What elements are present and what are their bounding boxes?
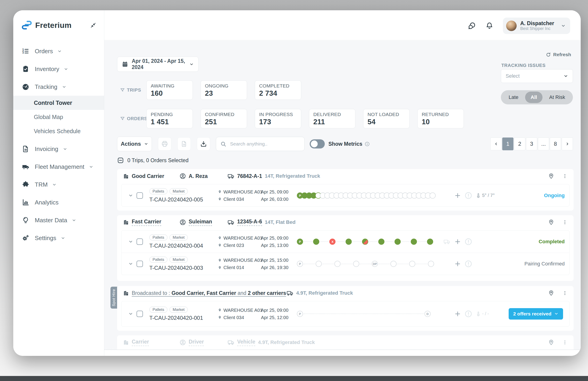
building-icon bbox=[123, 173, 129, 179]
trip-id[interactable]: T-CAU-20240420-004 bbox=[149, 242, 203, 249]
stat-card-in-progress[interactable]: IN PROGRESS 173 bbox=[255, 109, 301, 128]
search-input[interactable] bbox=[230, 141, 300, 147]
stat-card-not-loaded[interactable]: NOT LOADED 54 bbox=[363, 109, 410, 128]
row-checkbox[interactable] bbox=[137, 238, 143, 245]
vehicle-link[interactable]: 12345-A-6 14T, Flat Bed bbox=[228, 219, 295, 226]
page-button-8[interactable]: 8 bbox=[550, 137, 561, 150]
info-icon[interactable] bbox=[365, 141, 370, 147]
sidebar-item-tracking[interactable]: Tracking bbox=[13, 78, 104, 96]
user-menu[interactable]: A. Dispatcher Best Shipper Inc bbox=[503, 18, 570, 34]
stat-card-pending[interactable]: PENDING 1 451 bbox=[146, 109, 193, 128]
vehicle-link[interactable]: 76842-A-1 14T, Refrigerated Truck bbox=[228, 173, 320, 180]
truck-icon bbox=[228, 339, 234, 346]
start-time: Apr 25, 09:00 bbox=[261, 307, 288, 313]
date-range-picker[interactable]: Apr 01, 2024 - Apr 15, 2024 bbox=[117, 57, 199, 72]
sidebar-item-control-tower[interactable]: Control Tower bbox=[13, 96, 104, 110]
row-checkbox[interactable] bbox=[137, 192, 143, 199]
prev-page-button[interactable] bbox=[490, 137, 502, 150]
vehicle-link[interactable]: 4.9T, Refrigerated Truck bbox=[287, 290, 353, 297]
next-page-button[interactable] bbox=[562, 137, 573, 150]
sidebar-item-orders[interactable]: Orders bbox=[13, 42, 104, 60]
show-metrics-toggle[interactable] bbox=[310, 139, 325, 149]
row-checkbox[interactable] bbox=[137, 261, 143, 267]
offers-received-button[interactable]: 2 offers received bbox=[509, 308, 563, 320]
map-pin-icon[interactable] bbox=[548, 173, 554, 179]
sidebar-item-invoicing[interactable]: Invoicing bbox=[13, 140, 104, 158]
driver-link[interactable]: A. Reza bbox=[180, 173, 208, 179]
map-pin-icon[interactable] bbox=[548, 290, 554, 296]
tag-pallets: Pallets bbox=[149, 257, 168, 263]
chevron-down-icon bbox=[62, 85, 66, 89]
alert-icon[interactable] bbox=[464, 238, 472, 246]
alert-icon[interactable] bbox=[464, 260, 472, 268]
broadcast-link[interactable]: Broadcasted to : Good Carrier, Fast Carr… bbox=[123, 290, 286, 296]
support-chat-icon[interactable] bbox=[468, 22, 476, 30]
kebab-menu-icon[interactable] bbox=[562, 173, 568, 179]
sidebar-collapse-icon[interactable] bbox=[90, 22, 96, 28]
carrier-link[interactable]: Fast Carrier bbox=[123, 219, 161, 226]
sidebar-item-global-map[interactable]: Global Map bbox=[13, 110, 104, 124]
temperature-reading: 5° / 7° bbox=[476, 193, 495, 198]
add-icon[interactable] bbox=[454, 310, 461, 317]
page-button-2[interactable]: 2 bbox=[514, 137, 525, 150]
vehicle-placeholder[interactable]: Vehicle 4.9T, Refrigerated Truck bbox=[228, 339, 315, 346]
sidebar-item-trm[interactable]: TRM bbox=[13, 176, 104, 193]
segment-all[interactable]: All bbox=[525, 92, 543, 103]
expand-chevron-icon[interactable] bbox=[128, 193, 133, 198]
actions-button[interactable]: Actions bbox=[117, 137, 152, 151]
stat-card-confirmed[interactable]: CONFIRMED 251 bbox=[201, 109, 247, 128]
carrier-link[interactable]: Good Carrier bbox=[123, 173, 164, 179]
map-pin-icon[interactable] bbox=[548, 339, 554, 346]
carrier-placeholder[interactable]: Carrier bbox=[123, 339, 149, 346]
notifications-bell-icon[interactable] bbox=[485, 22, 493, 30]
sidebar-item-inventory[interactable]: Inventory bbox=[13, 60, 104, 78]
sidebar-item-label: Tracking bbox=[35, 83, 57, 91]
stat-card-delivered[interactable]: DELIVERED 211 bbox=[309, 109, 356, 128]
alert-icon[interactable] bbox=[464, 310, 472, 318]
page-ellipsis[interactable]: ... bbox=[538, 137, 549, 150]
chevron-down-icon bbox=[561, 23, 566, 28]
add-icon[interactable] bbox=[454, 260, 461, 267]
driver-placeholder[interactable]: Driver bbox=[180, 339, 204, 346]
tracking-issues-rail: TRACKING ISSUES Select Late All At Risk bbox=[501, 40, 573, 109]
download-button[interactable] bbox=[197, 137, 210, 151]
sidebar-item-master-data[interactable]: Master Data bbox=[13, 211, 104, 229]
page-button-3[interactable]: 3 bbox=[526, 137, 537, 150]
map-pin-icon[interactable] bbox=[548, 219, 554, 226]
sidebar-item-label: Master Data bbox=[35, 217, 67, 224]
sidebar-item-settings[interactable]: Settings bbox=[13, 229, 104, 247]
stat-card-ongoing[interactable]: ONGOING 23 bbox=[201, 80, 247, 100]
stat-card-awaiting[interactable]: AWAITING 160 bbox=[146, 80, 193, 100]
segment-at-risk[interactable]: At Risk bbox=[544, 92, 571, 103]
kebab-menu-icon[interactable] bbox=[562, 290, 568, 296]
page-button-1[interactable]: 1 bbox=[502, 137, 513, 150]
add-icon[interactable] bbox=[454, 238, 461, 245]
tracking-issues-select[interactable]: Select bbox=[501, 69, 573, 83]
trip-id[interactable]: T-CAU-20240420-003 bbox=[149, 265, 203, 271]
add-icon[interactable] bbox=[454, 192, 461, 199]
trip-id[interactable]: T-CAU-20240420-001 bbox=[149, 315, 203, 321]
progress-dot bbox=[378, 238, 384, 245]
expand-chevron-icon[interactable] bbox=[128, 311, 133, 316]
trips-filter-label[interactable]: TRIPS bbox=[120, 88, 146, 93]
export-document-button[interactable] bbox=[177, 137, 191, 151]
sidebar-item-fleet-management[interactable]: Fleet Management bbox=[13, 158, 104, 176]
stat-card-returned[interactable]: RETURNED 10 bbox=[417, 109, 464, 128]
trip-id[interactable]: T-CAU-20240420-005 bbox=[149, 196, 203, 203]
sidebar-item-label: Settings bbox=[35, 235, 56, 242]
alert-icon[interactable] bbox=[464, 192, 472, 199]
kebab-menu-icon[interactable] bbox=[562, 220, 568, 225]
expand-chevron-icon[interactable] bbox=[128, 262, 133, 266]
pin-icon bbox=[218, 258, 222, 262]
row-checkbox[interactable] bbox=[137, 311, 143, 317]
print-button[interactable] bbox=[158, 137, 171, 151]
driver-link[interactable]: Suleiman bbox=[180, 219, 212, 226]
stat-card-completed[interactable]: COMPLETED 2 734 bbox=[255, 80, 301, 100]
sidebar-item-analytics[interactable]: Analytics bbox=[13, 193, 104, 211]
segment-late[interactable]: Late bbox=[503, 92, 524, 103]
expand-chevron-icon[interactable] bbox=[128, 239, 133, 244]
orders-filter-label[interactable]: ORDERS bbox=[120, 116, 146, 121]
sidebar-item-vehicles-schedule[interactable]: Vehicles Schedule bbox=[13, 124, 104, 138]
select-all-checkbox[interactable] bbox=[117, 157, 124, 164]
kebab-menu-icon[interactable] bbox=[562, 340, 568, 345]
